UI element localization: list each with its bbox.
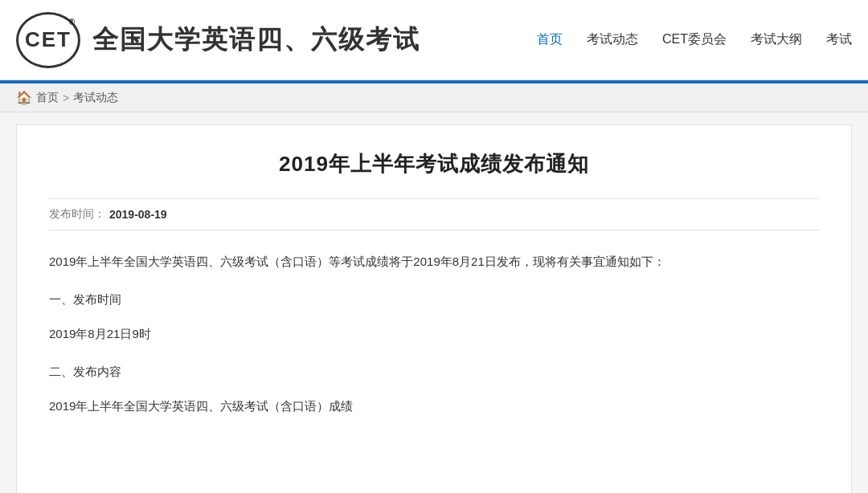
- article-section2-title: 二、发布内容: [49, 361, 819, 384]
- home-icon: 🏠: [16, 90, 32, 105]
- cet-logo-text: CET: [25, 27, 72, 52]
- breadcrumb-separator: >: [63, 92, 69, 104]
- article-meta-label: 发布时间：: [49, 207, 105, 222]
- header-left: CET ® 全国大学英语四、六级考试: [16, 12, 420, 68]
- article-section1-title: 一、发布时间: [49, 288, 819, 312]
- nav-item-home[interactable]: 首页: [537, 31, 563, 48]
- article-intro: 2019年上半年全国大学英语四、六级考试（含口语）等考试成绩将于2019年8月2…: [49, 251, 819, 274]
- cet-registered-mark: ®: [69, 18, 75, 26]
- article-body: 2019年上半年全国大学英语四、六级考试（含口语）等考试成绩将于2019年8月2…: [49, 251, 819, 418]
- nav-item-exam[interactable]: 考试: [826, 31, 852, 48]
- site-header: CET ® 全国大学英语四、六级考试 首页 考试动态 CET委员会 考试大纲 考…: [0, 0, 868, 80]
- main-nav: 首页 考试动态 CET委员会 考试大纲 考试: [537, 31, 852, 48]
- nav-item-syllabus[interactable]: 考试大纲: [751, 31, 802, 48]
- main-content: 2019年上半年考试成绩发布通知 发布时间： 2019-08-19 2019年上…: [16, 124, 852, 493]
- cet-logo: CET ®: [16, 12, 80, 68]
- cet-logo-circle: CET ®: [16, 12, 80, 68]
- article-meta: 发布时间： 2019-08-19: [49, 198, 819, 230]
- site-title: 全国大学英语四、六级考试: [92, 22, 420, 58]
- breadcrumb-current: 考试动态: [73, 91, 118, 105]
- breadcrumb-home[interactable]: 首页: [36, 91, 59, 105]
- nav-item-committee[interactable]: CET委员会: [662, 31, 727, 48]
- article-section2-content: 2019年上半年全国大学英语四、六级考试（含口语）成绩: [49, 395, 819, 418]
- article-section1-content: 2019年8月21日9时: [49, 323, 819, 346]
- article-title: 2019年上半年考试成绩发布通知: [49, 149, 819, 178]
- breadcrumb: 🏠 首页 > 考试动态: [0, 84, 868, 112]
- nav-item-exam-news[interactable]: 考试动态: [587, 31, 638, 48]
- article-meta-date: 2019-08-19: [109, 208, 167, 221]
